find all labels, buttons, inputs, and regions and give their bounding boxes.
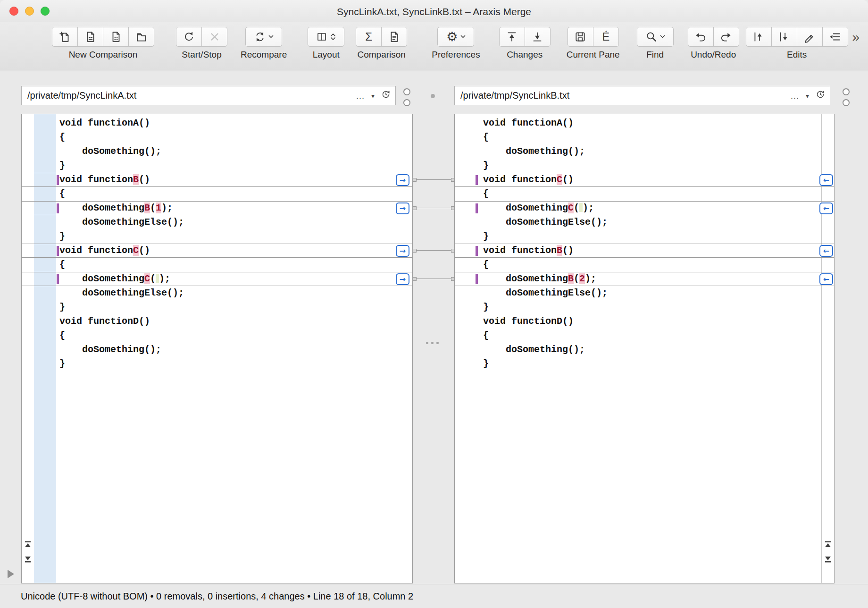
new-binary-comparison-button[interactable] [77,27,103,47]
undo-button[interactable] [688,27,714,47]
edits-move-down-button[interactable] [771,27,797,47]
toolbar-group-edits: Edits [746,27,848,60]
new-text-comparison-button[interactable] [52,27,78,47]
edits-move-up-button[interactable] [746,27,772,47]
change-marker [476,175,478,185]
merge-to-right-button[interactable]: → [396,273,409,285]
code-text: void functionB() [483,245,574,256]
left-path-field[interactable]: /private/tmp/SyncLinkA.txt … ▾ [21,86,396,105]
toolbar-group-recompare: Recompare [241,27,287,60]
code-text: { [483,132,489,143]
code-line: } [455,357,834,371]
code-text: doSomething(); [483,146,585,157]
scroll-top-icon [824,540,832,548]
comparison-report-button[interactable] [381,27,407,47]
next-change-button[interactable] [525,27,551,47]
merge-to-left-button[interactable]: ← [819,245,833,257]
merge-to-right-button[interactable]: → [396,203,409,214]
scroll-top-icon [24,540,32,548]
left-pane-editor[interactable]: void functionA(){ doSomething();}void fu… [22,114,412,371]
path-dropdown-button[interactable]: ▾ [371,92,375,100]
changed-code-line: doSomethingC();→ [22,272,412,286]
path-history-button[interactable] [816,90,825,101]
code-text: } [483,231,489,242]
previous-change-button[interactable] [499,27,525,47]
merge-to-left-button[interactable]: ← [819,203,833,214]
toolbar-group-label: Layout [313,50,340,60]
code-line: doSomething(); [455,144,834,159]
code-text: void functionA() [483,118,574,128]
chevron-down-icon [460,35,466,39]
code-text: { [59,330,65,341]
toolbar-group-label: New Comparison [69,50,138,60]
code-text: doSomethingElse(); [59,217,184,228]
toolbar-group-undo-redo: Undo/Redo [688,27,739,60]
code-line: { [22,258,412,272]
merge-to-right-button[interactable]: → [396,245,409,257]
right-link-anchors [843,88,850,106]
status-panel-toggle[interactable] [8,570,14,578]
toolbar-group-label: Undo/Redo [691,50,736,60]
new-binary-comparison-icon [84,31,97,43]
new-folder-comparison-button[interactable] [128,27,154,47]
change-marker [57,274,59,284]
edits-align-button[interactable] [822,27,848,47]
code-text: void functionC() [483,174,574,185]
change-marker [476,274,478,284]
path-more-button[interactable]: … [356,91,365,101]
code-text: void functionD() [59,316,150,327]
path-more-button[interactable]: … [790,91,799,101]
center-splitter-grip[interactable] [426,342,439,344]
code-line: { [455,187,834,201]
left-link-anchors [403,88,410,106]
right-pane-editor[interactable]: void functionA(){ doSomething();}void fu… [455,114,834,371]
save-button[interactable] [568,27,593,47]
scroll-to-top-button[interactable] [24,540,32,548]
code-line: { [455,329,834,343]
align-lines-icon [829,31,841,43]
code-line: { [22,187,412,201]
path-dropdown-button[interactable]: ▾ [806,92,809,100]
changed-code-line: void functionB()→ [22,173,412,187]
start-comparison-button[interactable] [176,27,202,47]
scroll-to-top-button[interactable] [824,540,832,548]
code-text: doSomethingElse(); [483,287,608,298]
edits-edit-button[interactable] [797,27,823,47]
redo-button[interactable] [713,27,739,47]
redo-icon [720,31,732,43]
encoding-icon: É [602,31,609,42]
path-history-button[interactable] [381,90,391,101]
merge-to-left-button[interactable]: ← [819,273,833,285]
right-path-field[interactable]: /private/tmp/SyncLinkB.txt … ▾ [454,86,830,105]
code-text: doSomething(); [59,146,161,157]
new-image-comparison-button[interactable] [103,27,129,47]
toolbar-group-label: Start/Stop [182,50,222,60]
preferences-button[interactable]: ⚙ [437,27,474,47]
link-anchor-ring [403,88,410,95]
merge-to-left-button[interactable]: ← [819,174,833,186]
comparison-summary-button[interactable]: Σ [356,27,382,47]
stop-comparison-button[interactable] [201,27,227,47]
toolbar-overflow-button[interactable]: » [852,31,860,44]
code-text: } [59,160,65,171]
code-text: void functionD() [483,316,574,327]
changed-code-line: doSomethingB(1);→ [22,201,412,215]
scroll-to-bottom-button[interactable] [24,556,32,563]
text-encoding-button[interactable]: É [593,27,619,47]
find-button[interactable] [637,27,674,47]
code-text: } [483,160,489,171]
layout-button[interactable] [308,27,344,47]
history-clock-icon [381,90,391,99]
code-text: { [59,132,65,143]
merge-to-right-button[interactable]: → [396,174,409,186]
toolbar-group-label: Preferences [432,50,480,60]
sigma-icon: Σ [365,31,372,42]
scroll-to-bottom-button[interactable] [824,556,832,563]
code-text: void functionA() [59,118,150,128]
code-text: doSomethingElse(); [483,217,608,228]
toolbar-group-comparison: Σ Comparison [356,27,407,60]
code-line: doSomethingElse(); [455,286,834,300]
new-image-comparison-icon [110,31,122,43]
code-text: { [483,330,489,341]
recompare-button[interactable] [245,27,282,47]
